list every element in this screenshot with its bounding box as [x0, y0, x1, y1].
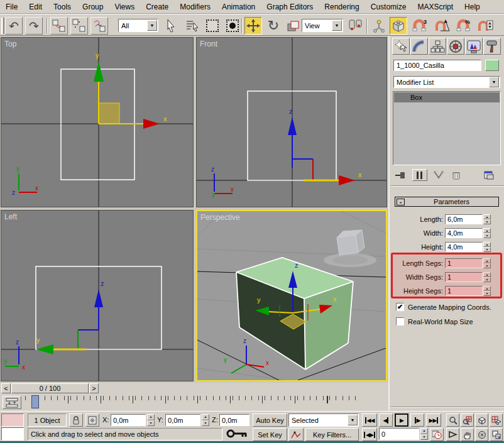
select-object-button[interactable]	[162, 17, 180, 35]
set-key-button[interactable]: Set Key	[253, 428, 287, 441]
current-frame-field[interactable]: 0	[379, 428, 419, 440]
select-and-manipulate-button[interactable]	[370, 17, 388, 35]
tab-create[interactable]	[392, 38, 410, 55]
window-crossing-toggle-button[interactable]	[224, 17, 241, 35]
set-key-filters-curve-button[interactable]	[288, 428, 304, 441]
menu-create[interactable]: Create	[140, 1, 174, 13]
select-and-scale-button[interactable]	[284, 17, 302, 35]
object-name-field[interactable]: 1_1000_Casilla	[393, 60, 481, 71]
unlink-selection-button[interactable]	[70, 17, 88, 35]
snaps-toggle-button[interactable]	[390, 17, 407, 35]
viewport-top-label[interactable]: Top	[4, 40, 16, 48]
viewport-left[interactable]: Left z y	[1, 210, 194, 381]
arc-rotate-button[interactable]	[475, 428, 488, 441]
length-segs-spinner[interactable]: ▲▼	[483, 258, 491, 268]
time-configuration-button[interactable]	[430, 428, 444, 441]
time-slider-prev-button[interactable]: <	[1, 383, 11, 393]
width-field[interactable]: 4,0m	[445, 228, 483, 238]
spinner-snap-toggle-button[interactable]	[476, 17, 494, 35]
menu-help[interactable]: Help	[459, 1, 486, 13]
go-to-end-button[interactable]: ▶▶	[426, 413, 441, 427]
viewport-left-label[interactable]: Left	[4, 212, 17, 221]
x-spinner[interactable]: ▲▼	[147, 414, 155, 426]
width-segs-spinner[interactable]: ▲▼	[483, 272, 491, 282]
key-mode-toggle-button[interactable]: ◀▶	[362, 428, 377, 441]
undo-button[interactable]: ↶	[5, 17, 23, 35]
viewport-front-label[interactable]: Front	[200, 40, 217, 48]
height-spinner[interactable]: ▲▼	[483, 242, 491, 252]
width-segs-field[interactable]: 1	[445, 272, 483, 282]
reference-coordinate-dropdown[interactable]: View ▼	[302, 19, 343, 32]
auto-key-button[interactable]: Auto Key	[253, 413, 287, 427]
use-pivot-point-center-button[interactable]	[347, 17, 364, 35]
viewport-front-canvas[interactable]: z x z x y	[197, 38, 387, 207]
generate-mapping-checkbox[interactable]: ✔	[396, 303, 404, 311]
zoom-button[interactable]	[446, 413, 459, 427]
tab-display[interactable]	[465, 38, 483, 55]
menu-rendering[interactable]: Rendering	[319, 1, 364, 13]
frame-spinner[interactable]: ▲▼	[420, 428, 428, 440]
height-segs-field[interactable]: 1	[445, 286, 483, 296]
rollout-collapse-button[interactable]: -	[397, 199, 405, 205]
selection-lock-toggle[interactable]	[69, 413, 83, 427]
angle-snap-toggle-button[interactable]	[434, 17, 451, 35]
object-color-swatch[interactable]	[485, 60, 499, 71]
length-segs-field[interactable]: 1	[445, 258, 483, 268]
menu-edit[interactable]: Edit	[23, 1, 48, 13]
menu-tools[interactable]: Tools	[48, 1, 77, 13]
toolbar-drag-handle[interactable]	[1, 18, 4, 34]
dropdown-arrow-icon[interactable]: ▼	[147, 20, 157, 31]
open-mini-curve-editor-button[interactable]	[3, 396, 21, 409]
tab-hierarchy[interactable]	[429, 38, 446, 55]
zoom-extents-button[interactable]	[475, 413, 488, 427]
menu-graph-editors[interactable]: Graph Editors	[261, 1, 319, 13]
dropdown-arrow-icon[interactable]: ▼	[332, 20, 342, 31]
tab-modify[interactable]	[410, 38, 428, 55]
dropdown-arrow-icon[interactable]: ▼	[348, 415, 358, 425]
select-and-rotate-button[interactable]: ↻	[265, 17, 282, 35]
box-object[interactable]	[236, 258, 353, 369]
show-end-result-button[interactable]	[412, 169, 427, 181]
selection-set-dropdown[interactable]: Selected ▼	[288, 413, 359, 427]
viewport-top[interactable]: Top y x y	[1, 37, 194, 207]
go-to-start-button[interactable]: ◀◀	[362, 413, 377, 427]
current-frame-marker[interactable]	[31, 395, 39, 408]
viewport-perspective-canvas[interactable]: z y x z y x	[197, 211, 386, 380]
select-and-link-button[interactable]	[50, 17, 68, 35]
menu-animation[interactable]: Animation	[216, 1, 261, 13]
previous-frame-button[interactable]: ◀	[379, 413, 393, 427]
rectangular-selection-region-button[interactable]	[204, 17, 221, 35]
absolute-offset-toggle[interactable]	[85, 413, 99, 427]
length-spinner[interactable]: ▲▼	[483, 214, 491, 224]
redo-button[interactable]: ↷	[25, 17, 43, 35]
pin-stack-button[interactable]	[393, 169, 408, 181]
remove-modifier-button[interactable]	[449, 169, 464, 181]
length-field[interactable]: 6,0m	[445, 214, 483, 224]
time-slider-handle[interactable]: 0 / 100	[11, 383, 89, 393]
move-gizmo[interactable]: y x	[94, 52, 167, 129]
min-max-toggle-button[interactable]	[490, 428, 503, 441]
play-button[interactable]: ▶	[395, 413, 408, 427]
bind-to-spacewarp-button[interactable]	[90, 17, 108, 35]
parameters-rollout-header[interactable]: - Parameters	[395, 197, 499, 207]
snap-toggle-3-button[interactable]: 3	[411, 17, 429, 35]
menu-modifiers[interactable]: Modifiers	[174, 1, 216, 13]
menu-file[interactable]: File	[0, 1, 23, 13]
y-coordinate-field[interactable]: 0,0m	[165, 414, 200, 426]
zoom-all-button[interactable]	[461, 413, 474, 427]
z-coordinate-field[interactable]: 0,0m	[219, 414, 249, 426]
viewport-perspective-label[interactable]: Perspective	[200, 213, 240, 222]
pan-button[interactable]	[461, 428, 474, 441]
time-slider-next-button[interactable]: >	[89, 383, 99, 393]
viewport-front[interactable]: Front z x	[196, 37, 387, 207]
tab-motion[interactable]	[447, 38, 464, 55]
y-spinner[interactable]: ▲▼	[202, 414, 209, 426]
select-and-move-button[interactable]	[244, 17, 262, 35]
stack-item-box[interactable]: Box	[394, 92, 500, 102]
move-gizmo[interactable]: z x	[288, 107, 362, 185]
viewport-perspective[interactable]: Perspective	[196, 210, 387, 381]
percent-snap-toggle-button[interactable]: %	[455, 17, 473, 35]
menu-customize[interactable]: Customize	[365, 1, 412, 13]
x-coordinate-field[interactable]: 0,0m	[111, 414, 146, 426]
make-unique-button[interactable]	[431, 169, 446, 181]
